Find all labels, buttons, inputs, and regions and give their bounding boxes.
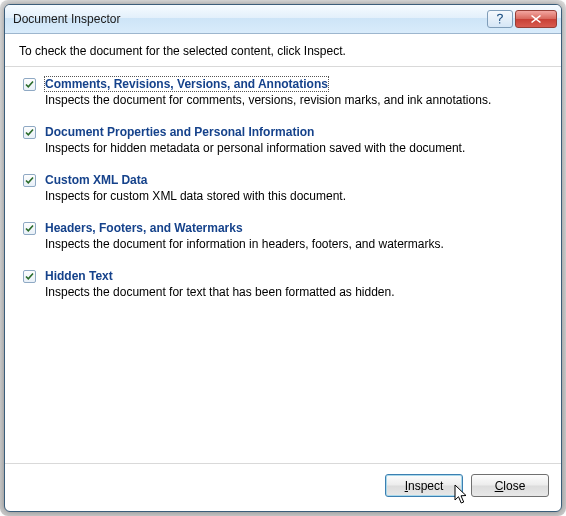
close-button[interactable] bbox=[515, 10, 557, 28]
option-item: Custom XML DataInspects for custom XML d… bbox=[23, 173, 547, 203]
option-title: Comments, Revisions, Versions, and Annot… bbox=[45, 77, 328, 91]
button-label: Inspect bbox=[405, 479, 444, 493]
check-icon bbox=[25, 176, 34, 185]
check-icon bbox=[25, 128, 34, 137]
option-text: Headers, Footers, and WatermarksInspects… bbox=[45, 221, 444, 251]
title-bar[interactable]: Document Inspector bbox=[5, 5, 561, 34]
dialog-footer: Inspect Close bbox=[5, 464, 561, 511]
dialog-body: To check the document for the selected c… bbox=[5, 34, 561, 464]
checkbox[interactable] bbox=[23, 174, 36, 187]
check-icon bbox=[25, 80, 34, 89]
option-item: Headers, Footers, and WatermarksInspects… bbox=[23, 221, 547, 251]
help-icon bbox=[495, 13, 505, 25]
close-dialog-button[interactable]: Close bbox=[471, 474, 549, 497]
checkbox[interactable] bbox=[23, 270, 36, 283]
option-title: Document Properties and Personal Informa… bbox=[45, 125, 465, 139]
help-button[interactable] bbox=[487, 10, 513, 28]
option-title: Headers, Footers, and Watermarks bbox=[45, 221, 444, 235]
option-item: Document Properties and Personal Informa… bbox=[23, 125, 547, 155]
dialog-document-inspector: Document Inspector To check the document… bbox=[4, 4, 562, 512]
inspect-button[interactable]: Inspect bbox=[385, 474, 463, 497]
option-description: Inspects the document for comments, vers… bbox=[45, 93, 491, 107]
option-text: Hidden TextInspects the document for tex… bbox=[45, 269, 395, 299]
cursor-icon bbox=[454, 484, 472, 506]
checkbox[interactable] bbox=[23, 222, 36, 235]
option-item: Hidden TextInspects the document for tex… bbox=[23, 269, 547, 299]
option-description: Inspects for hidden metadata or personal… bbox=[45, 141, 465, 155]
checkbox[interactable] bbox=[23, 78, 36, 91]
window-controls bbox=[487, 10, 557, 28]
check-icon bbox=[25, 224, 34, 233]
option-description: Inspects the document for text that has … bbox=[45, 285, 395, 299]
button-label: Close bbox=[495, 479, 526, 493]
close-icon bbox=[530, 14, 542, 24]
option-title: Hidden Text bbox=[45, 269, 395, 283]
checkbox[interactable] bbox=[23, 126, 36, 139]
check-icon bbox=[25, 272, 34, 281]
instruction-text: To check the document for the selected c… bbox=[19, 44, 547, 58]
window-title: Document Inspector bbox=[13, 12, 487, 26]
options-list: Comments, Revisions, Versions, and Annot… bbox=[19, 67, 547, 317]
option-title: Custom XML Data bbox=[45, 173, 346, 187]
option-text: Document Properties and Personal Informa… bbox=[45, 125, 465, 155]
option-description: Inspects for custom XML data stored with… bbox=[45, 189, 346, 203]
option-text: Comments, Revisions, Versions, and Annot… bbox=[45, 77, 491, 107]
option-text: Custom XML DataInspects for custom XML d… bbox=[45, 173, 346, 203]
option-description: Inspects the document for information in… bbox=[45, 237, 444, 251]
option-item: Comments, Revisions, Versions, and Annot… bbox=[23, 77, 547, 107]
